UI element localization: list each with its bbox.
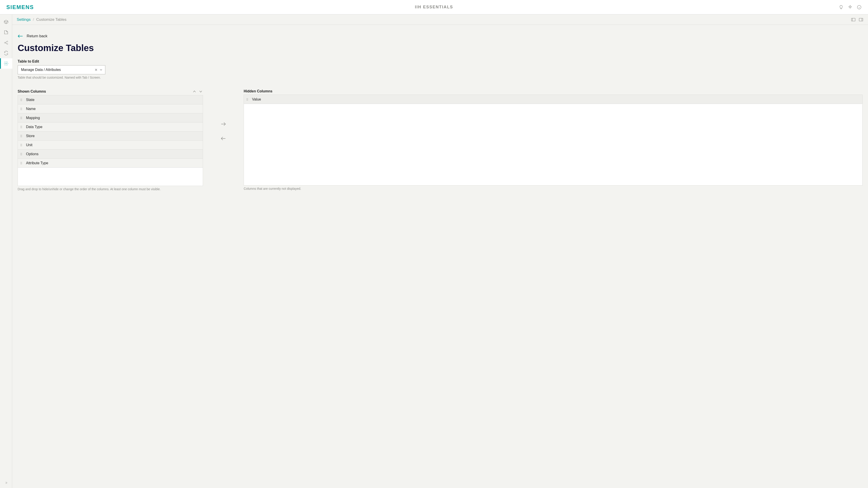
return-label: Return back <box>27 34 48 38</box>
info-icon[interactable] <box>857 5 862 10</box>
list-item[interactable]: Options <box>18 150 203 159</box>
return-arrow-icon <box>18 34 23 38</box>
sidebar-item-data[interactable] <box>0 27 12 37</box>
drag-handle-icon[interactable] <box>21 153 23 155</box>
shown-columns-list: State Name Mapping Data Type Store Unit … <box>18 95 203 186</box>
clear-icon[interactable] <box>94 68 98 72</box>
list-item[interactable]: Unit <box>18 140 203 150</box>
drag-handle-icon[interactable] <box>21 126 23 128</box>
sidebar-item-share[interactable] <box>0 37 12 48</box>
sidebar-item-sync[interactable] <box>0 48 12 58</box>
table-select-helper: Table that should be customized. Named w… <box>18 76 863 79</box>
list-item[interactable]: Store <box>18 131 203 140</box>
panel-right-icon[interactable] <box>859 17 864 22</box>
shown-columns-helper: Drag and drop to hide/unhide or change t… <box>18 187 203 191</box>
app-title: IIH ESSENTIALS <box>415 5 453 9</box>
svg-rect-5 <box>851 18 855 21</box>
list-item[interactable]: Attribute Type <box>18 159 203 168</box>
hidden-columns-helper: Columns that are currently not displayed… <box>244 187 863 191</box>
header-actions <box>839 5 862 10</box>
table-select-value: Manage Data / Attributes <box>21 68 93 72</box>
return-back[interactable]: Return back <box>18 34 863 38</box>
drag-handle-icon[interactable] <box>21 108 23 110</box>
move-up-icon[interactable] <box>192 89 197 94</box>
bulb-icon[interactable] <box>839 5 844 10</box>
svg-point-1 <box>4 42 5 43</box>
svg-point-3 <box>7 43 8 44</box>
table-select-label: Table to Edit <box>18 59 863 64</box>
page-title: Customize Tables <box>18 43 863 53</box>
chevron-down-icon[interactable] <box>99 68 103 72</box>
breadcrumb-separator: / <box>33 18 34 22</box>
list-item[interactable]: Value <box>244 95 862 104</box>
shown-columns-label: Shown Columns <box>18 90 46 94</box>
move-down-icon[interactable] <box>198 89 203 94</box>
sparkle-icon[interactable] <box>848 5 852 10</box>
hidden-columns-label: Hidden Columns <box>244 89 272 93</box>
sidebar-expand[interactable] <box>0 478 12 488</box>
list-item[interactable]: State <box>18 95 203 104</box>
hidden-columns-list: Value <box>244 95 863 186</box>
panel-left-icon[interactable] <box>851 17 856 22</box>
move-left-icon[interactable] <box>220 135 226 142</box>
svg-rect-6 <box>859 18 863 21</box>
list-item[interactable]: Data Type <box>18 123 203 131</box>
drag-handle-icon[interactable] <box>21 99 23 101</box>
sidebar-item-settings[interactable] <box>0 58 12 69</box>
siemens-logo: SIEMENS <box>6 4 34 10</box>
svg-point-2 <box>7 41 8 42</box>
breadcrumb: Settings / Customize Tables <box>12 14 868 25</box>
drag-handle-icon[interactable] <box>21 162 23 164</box>
drag-handle-icon[interactable] <box>247 98 249 101</box>
sidebar-item-home[interactable] <box>0 17 12 27</box>
breadcrumb-current: Customize Tables <box>36 18 66 22</box>
breadcrumb-settings[interactable]: Settings <box>17 18 31 22</box>
sidebar <box>0 14 12 488</box>
svg-point-4 <box>5 63 7 64</box>
drag-handle-icon[interactable] <box>21 135 23 137</box>
move-right-icon[interactable] <box>220 121 226 127</box>
list-item[interactable]: Mapping <box>18 113 203 123</box>
table-select[interactable]: Manage Data / Attributes <box>18 65 105 74</box>
list-item[interactable]: Name <box>18 104 203 113</box>
drag-handle-icon[interactable] <box>21 117 23 119</box>
transfer-buttons <box>203 89 244 142</box>
app-header: SIEMENS IIH ESSENTIALS <box>0 0 868 14</box>
drag-handle-icon[interactable] <box>21 144 23 146</box>
